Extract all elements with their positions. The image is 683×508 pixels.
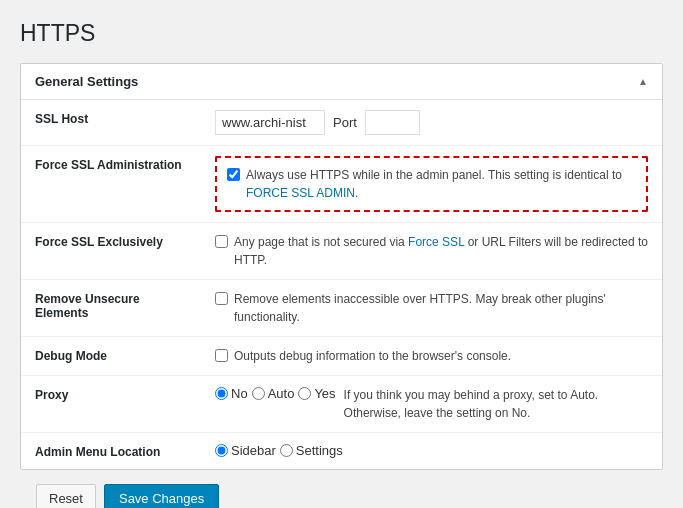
port-label: Port xyxy=(333,115,357,130)
remove-unsecure-label: Remove Unsecure Elements xyxy=(21,280,201,337)
admin-menu-value-col: Sidebar Settings xyxy=(201,433,662,470)
admin-menu-settings-label[interactable]: Settings xyxy=(280,443,343,458)
proxy-yes-radio[interactable] xyxy=(298,387,311,400)
panel-header[interactable]: General Settings ▲ xyxy=(21,64,662,100)
panel-body: SSL Host Port Force SSL Administration xyxy=(21,100,662,469)
force-ssl-admin-link[interactable]: FORCE SSL ADMIN xyxy=(246,186,355,200)
remove-unsecure-row: Remove Unsecure Elements Remove elements… xyxy=(21,280,662,337)
debug-mode-label: Debug Mode xyxy=(21,337,201,376)
admin-menu-sidebar-radio[interactable] xyxy=(215,444,228,457)
general-settings-panel: General Settings ▲ SSL Host Port Force S… xyxy=(20,63,663,470)
admin-menu-settings-radio[interactable] xyxy=(280,444,293,457)
proxy-label: Proxy xyxy=(21,376,201,433)
force-ssl-exclusively-row: Force SSL Exclusively Any page that is n… xyxy=(21,223,662,280)
remove-unsecure-checkbox-row: Remove elements inaccessible over HTTPS.… xyxy=(215,290,648,326)
proxy-yes-label[interactable]: Yes xyxy=(298,386,335,401)
force-ssl-exclusively-label: Force SSL Exclusively xyxy=(21,223,201,280)
force-ssl-exclusively-checkbox[interactable] xyxy=(215,235,228,248)
force-ssl-admin-checkbox-row: Always use HTTPS while in the admin pane… xyxy=(227,166,636,202)
admin-menu-label: Admin Menu Location xyxy=(21,433,201,470)
proxy-no-label[interactable]: No xyxy=(215,386,248,401)
panel-header-label: General Settings xyxy=(35,74,138,89)
proxy-hint: If you think you may behind a proxy, set… xyxy=(344,386,604,422)
save-button[interactable]: Save Changes xyxy=(104,484,219,508)
force-ssl-admin-label: Force SSL Administration xyxy=(21,146,201,223)
collapse-icon[interactable]: ▲ xyxy=(638,76,648,87)
footer-buttons: Reset Save Changes xyxy=(20,470,663,508)
proxy-value-col: No Auto Yes If you think you may behind … xyxy=(201,376,662,433)
force-ssl-admin-checkbox[interactable] xyxy=(227,168,240,181)
proxy-auto-label[interactable]: Auto xyxy=(252,386,295,401)
force-ssl-exclusively-value-col: Any page that is not secured via Force S… xyxy=(201,223,662,280)
proxy-auto-radio[interactable] xyxy=(252,387,265,400)
force-ssl-link[interactable]: Force SSL xyxy=(408,235,464,249)
port-input[interactable] xyxy=(365,110,420,135)
debug-mode-checkbox-row: Outputs debug information to the browser… xyxy=(215,347,648,365)
admin-menu-sidebar-label[interactable]: Sidebar xyxy=(215,443,276,458)
proxy-radio-group: No Auto Yes If you think you may behind … xyxy=(215,386,648,422)
remove-unsecure-checkbox[interactable] xyxy=(215,292,228,305)
force-ssl-admin-text: Always use HTTPS while in the admin pane… xyxy=(246,166,636,202)
ssl-host-value-col: Port xyxy=(201,100,662,145)
debug-mode-checkbox[interactable] xyxy=(215,349,228,362)
force-ssl-admin-dashed-box: Always use HTTPS while in the admin pane… xyxy=(215,156,648,212)
debug-mode-value-col: Outputs debug information to the browser… xyxy=(201,337,662,376)
reset-button[interactable]: Reset xyxy=(36,484,96,508)
remove-unsecure-text: Remove elements inaccessible over HTTPS.… xyxy=(234,290,648,326)
ssl-host-label: SSL Host xyxy=(21,100,201,146)
debug-mode-row: Debug Mode Outputs debug information to … xyxy=(21,337,662,376)
debug-mode-text: Outputs debug information to the browser… xyxy=(234,347,511,365)
ssl-host-input[interactable] xyxy=(215,110,325,135)
admin-menu-radio-group: Sidebar Settings xyxy=(215,443,648,458)
page-title: HTTPS xyxy=(20,20,663,47)
force-ssl-exclusively-checkbox-row: Any page that is not secured via Force S… xyxy=(215,233,648,269)
force-ssl-admin-value-col: Always use HTTPS while in the admin pane… xyxy=(201,146,662,223)
proxy-row: Proxy No Auto Yes If xyxy=(21,376,662,433)
force-ssl-exclusively-text: Any page that is not secured via Force S… xyxy=(234,233,648,269)
force-ssl-admin-row: Force SSL Administration Always use HTTP… xyxy=(21,146,662,223)
proxy-no-radio[interactable] xyxy=(215,387,228,400)
remove-unsecure-value-col: Remove elements inaccessible over HTTPS.… xyxy=(201,280,662,337)
admin-menu-row: Admin Menu Location Sidebar Settings xyxy=(21,433,662,470)
ssl-host-row: SSL Host Port xyxy=(21,100,662,146)
settings-table: SSL Host Port Force SSL Administration xyxy=(21,100,662,469)
